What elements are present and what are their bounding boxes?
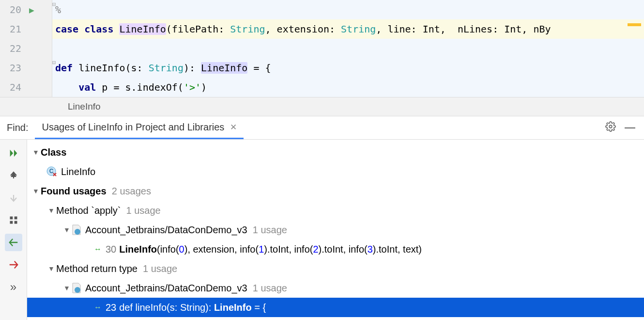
chevron-down-icon[interactable]: ▼ [31,148,41,156]
gutter-line-24[interactable]: 24 [0,78,52,97]
tree-class-item[interactable]: C LineInfo [27,162,644,181]
usage-arrow-icon: ↔ [94,245,102,254]
line-number: 22 [10,43,21,54]
chevron-down-icon[interactable]: ▼ [46,207,56,214]
chevron-down-icon[interactable]: ▼ [62,284,72,292]
code-line-22[interactable] [52,39,644,58]
next-occurrence-icon[interactable] [5,189,22,207]
char-literal: '>' [184,81,201,93]
find-label: Find: [0,122,35,133]
gutter-line-23[interactable]: 23 [0,58,52,78]
code-text: , extension: [265,23,341,35]
tree-project-return[interactable]: ▼ Account_Jetbrains/DataConDemo_v3 1 usa… [27,278,644,298]
tree-method-return[interactable]: ▼ Method return type 1 usage [27,259,644,278]
type: String [149,62,184,74]
gutter-line-21[interactable]: 21 [0,19,52,39]
gutter-line-22[interactable]: 22 [0,39,52,58]
usage-count: 1 usage [143,263,177,274]
class-icon: C [46,166,57,177]
usage-count: 1 usage [253,283,287,294]
keyword: case [55,23,78,35]
rerun-icon[interactable] [5,144,22,162]
more-icon[interactable]: » [5,278,22,296]
tree-project-apply[interactable]: ▼ Account_Jetbrains/DataConDemo_v3 1 usa… [27,220,644,240]
usage-arrow-icon: ↔ [94,303,102,312]
prev-occurrence-icon[interactable] [5,167,22,184]
svg-rect-2 [14,217,17,220]
keyword: def [55,62,73,74]
tree-class-name: LineInfo [61,166,95,177]
tree-label: Class [41,147,66,158]
tree-label: Method return type [56,263,138,274]
notebook-file-icon [72,224,81,235]
chevron-down-icon[interactable]: ▼ [31,187,41,195]
tree-class-header[interactable]: ▼ Class [27,143,644,162]
code-text: = { [247,62,271,74]
svg-point-8 [75,287,80,293]
warning-stripe[interactable] [628,23,641,26]
usage-lineno: 23 [106,302,116,313]
find-header-actions: — [605,121,644,135]
find-tab-title: Usages of LineInfo in Project and Librar… [42,122,224,133]
usages-tree[interactable]: ▼ Class C LineInfo ▼ Found usages 2 usag… [27,140,644,320]
minimize-icon[interactable]: — [625,121,635,135]
code-line-20[interactable]: ⊟ % [52,0,644,19]
tree-label: Method `apply` [56,205,121,216]
type: String [230,23,265,35]
chevron-down-icon[interactable]: ▼ [46,265,56,272]
editor-area: 20 ▶ 21 22 23 24 ⊟ % case class LineInfo… [0,0,644,97]
code-line-21[interactable]: case class LineInfo(filePath: String, ex… [52,19,644,39]
line-number: 20 [10,4,21,16]
code-text: p = s.indexOf( [96,81,184,93]
tree-project-label: Account_Jetbrains/DataConDemo_v3 [85,283,247,294]
gutter-line-20[interactable]: 20 ▶ [0,0,52,19]
code-editor[interactable]: ⊟ % case class LineInfo(filePath: String… [52,0,644,97]
svg-rect-4 [14,221,17,224]
svg-rect-1 [10,217,13,220]
usage-count: 1 usage [253,224,287,236]
breadcrumb-item[interactable]: LineInfo [68,101,101,112]
close-icon[interactable]: ✕ [230,122,237,132]
code-text: lineInfo(s: [73,62,149,74]
svg-rect-3 [10,221,13,224]
line-number: 23 [10,62,21,74]
keyword: val [78,81,96,93]
chevron-down-icon[interactable]: ▼ [62,226,72,234]
usage-count: 2 usages [112,186,151,197]
group-by-icon[interactable] [5,211,22,229]
line-number: 24 [10,81,21,93]
code-text: ): [184,62,201,74]
code-line-24[interactable]: val p = s.indexOf('>') [52,78,644,97]
svg-text:C: C [49,168,54,175]
usage-code: LineInfo(info(0), extension, info(1).toI… [119,244,422,255]
tree-usage-apply[interactable]: ↔ 30 LineInfo(info(0), extension, info(1… [27,240,644,259]
find-body: » ▼ Class C LineInfo ▼ Found usages 2 us… [0,140,644,320]
code-text: , line: Int, nLines: Int, nBy [376,23,551,35]
code-text: % [55,4,61,16]
svg-point-7 [75,229,80,235]
back-icon[interactable] [5,234,22,251]
tree-found-usages[interactable]: ▼ Found usages 2 usages [27,181,644,201]
code-text: ) [201,81,207,93]
identifier-definition: LineInfo [119,23,166,35]
notebook-file-icon [72,283,81,293]
tree-method-apply[interactable]: ▼ Method `apply` 1 usage [27,201,644,220]
find-header: Find: Usages of LineInfo in Project and … [0,116,644,140]
gear-icon[interactable] [605,121,616,135]
fold-marker-icon[interactable]: ⊟ [52,1,56,8]
breadcrumb-bar: LineInfo [0,97,644,116]
forward-icon[interactable] [5,256,22,273]
code-line-23[interactable]: ⊟ def lineInfo(s: String): LineInfo = { [52,58,644,78]
usage-lineno: 30 [106,244,116,255]
usage-count: 1 usage [126,205,161,216]
find-toolbar: » [0,140,27,320]
run-icon[interactable]: ▶ [29,5,34,15]
code-text: (filePath: [166,23,230,35]
type: String [341,23,376,35]
fold-marker-icon[interactable]: ⊟ [52,59,56,66]
line-number: 21 [10,23,21,35]
find-panel: Find: Usages of LineInfo in Project and … [0,116,644,320]
tree-usage-return-selected[interactable]: ↔ 23 def lineInfo(s: String): LineInfo =… [27,298,644,317]
find-tab-usages[interactable]: Usages of LineInfo in Project and Librar… [35,116,244,139]
tree-label: Found usages [41,186,107,197]
